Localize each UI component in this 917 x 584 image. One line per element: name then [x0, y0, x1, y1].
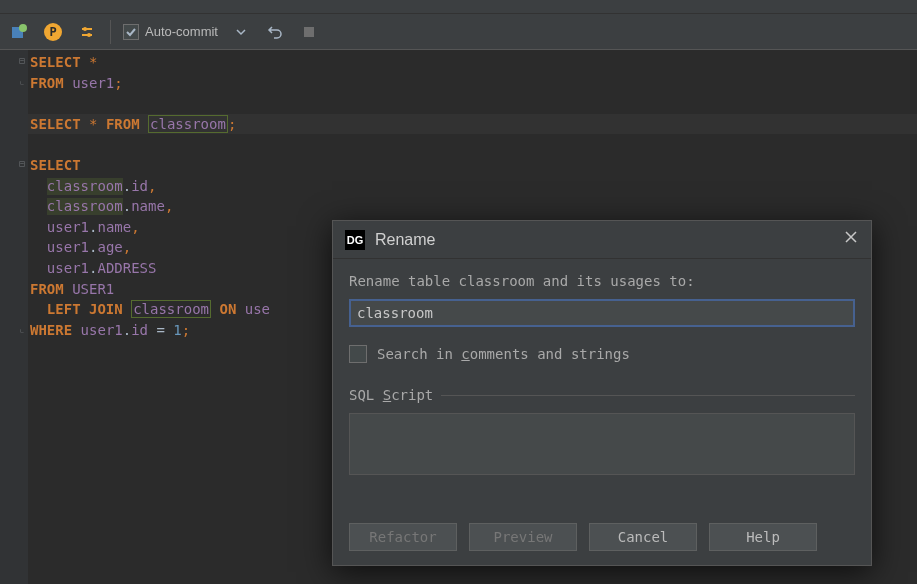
code-line[interactable]: SELECT * [28, 52, 917, 73]
script-label-pre: SQL [349, 387, 383, 403]
datagrip-icon: DG [345, 230, 365, 250]
preview-button[interactable]: Preview [469, 523, 577, 551]
code-line[interactable]: FROM user1; [28, 73, 917, 94]
dialog-title: Rename [375, 231, 833, 249]
refactor-button[interactable]: Refactor [349, 523, 457, 551]
rename-prompt: Rename table classroom and its usages to… [349, 273, 855, 289]
toolbar: P Auto-commit [0, 14, 917, 50]
toolbar-separator [110, 20, 111, 44]
svg-point-3 [87, 33, 91, 37]
code-line[interactable] [28, 93, 917, 114]
rename-input[interactable] [349, 299, 855, 327]
script-label-post: cript [391, 387, 433, 403]
auto-commit-checkbox[interactable]: Auto-commit [123, 24, 218, 40]
rename-dialog: DG Rename Rename table classroom and its… [332, 220, 872, 566]
gutter[interactable]: ⊟⌞⊟⌞ [0, 50, 28, 584]
search-label-mn: c [461, 346, 469, 362]
tab-bar [0, 0, 917, 14]
settings-icon[interactable] [76, 21, 98, 43]
search-label-pre: Search in [377, 346, 461, 362]
dialog-titlebar[interactable]: DG Rename [333, 221, 871, 259]
close-icon[interactable] [843, 229, 859, 250]
p-icon[interactable]: P [42, 21, 64, 43]
sql-script-box[interactable] [349, 413, 855, 475]
search-comments-checkbox[interactable]: Search in comments and strings [349, 345, 855, 363]
sql-script-section: SQL Script [349, 387, 855, 403]
checkbox-empty-icon [349, 345, 367, 363]
dialog-button-row: Refactor Preview Cancel Help [349, 523, 855, 551]
svg-rect-4 [304, 27, 314, 37]
search-label-post: omments and strings [470, 346, 630, 362]
code-line[interactable]: classroom.name, [28, 196, 917, 217]
checkmark-icon [123, 24, 139, 40]
divider [441, 395, 855, 396]
svg-point-1 [19, 24, 27, 32]
auto-commit-label: Auto-commit [145, 24, 218, 39]
dialog-body: Rename table classroom and its usages to… [333, 259, 871, 489]
code-line[interactable]: SELECT [28, 155, 917, 176]
code-line[interactable] [28, 134, 917, 155]
code-line[interactable]: SELECT * FROM classroom; [28, 114, 917, 135]
rollback-icon[interactable] [264, 21, 286, 43]
cancel-button[interactable]: Cancel [589, 523, 697, 551]
chevron-down-icon[interactable] [230, 21, 252, 43]
help-button[interactable]: Help [709, 523, 817, 551]
db-sessions-icon[interactable] [8, 21, 30, 43]
svg-point-2 [83, 27, 87, 31]
script-label-mn: S [383, 387, 391, 403]
code-line[interactable]: classroom.id, [28, 176, 917, 197]
stop-icon[interactable] [298, 21, 320, 43]
